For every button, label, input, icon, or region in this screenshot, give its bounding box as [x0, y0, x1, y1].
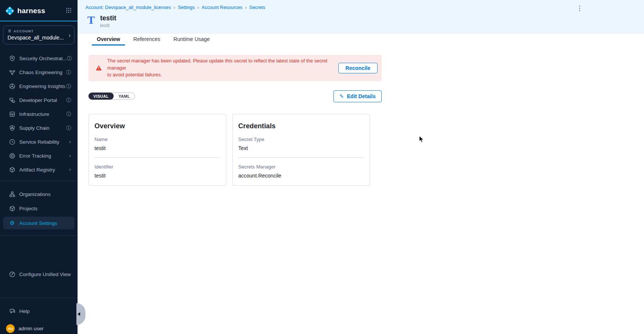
- sidebar-item-chaos-engineering[interactable]: Chaos Engineering ⓘ: [0, 67, 78, 77]
- sidebar-item-label: Engineering Insights: [19, 84, 65, 89]
- warning-icon: [96, 65, 102, 71]
- edit-details-button[interactable]: ✎ Edit Details: [333, 90, 382, 102]
- avatar: AU: [6, 324, 15, 333]
- account-nav: Organizations Projects ⚙ Account Setting…: [0, 188, 78, 229]
- breadcrumb: Account: Devspace_all_module_licenses›Se…: [85, 5, 644, 10]
- breadcrumb-account-resources[interactable]: Account Resources: [202, 5, 242, 10]
- info-icon[interactable]: ⓘ: [67, 56, 72, 61]
- sidebar-item-error-tracking[interactable]: Error Tracking ›: [0, 150, 78, 161]
- toolbar-row: VISUAL YAML ✎ Edit Details: [88, 90, 382, 102]
- sidebar-item-artifact-registry[interactable]: Artifact Registry ›: [0, 164, 78, 175]
- tab-content: The secret manager has been updated. Ple…: [78, 46, 644, 334]
- warning-message-line2: to avoid potential failures.: [107, 71, 336, 79]
- tab-bar: Overview References Runtime Usage: [78, 34, 644, 46]
- field-label-secrets-manager: Secrets Manager: [238, 164, 364, 170]
- sidebar-item-label: Developer Portal: [19, 97, 57, 103]
- page-title: testit: [100, 14, 116, 22]
- kebab-menu-icon[interactable]: [577, 5, 582, 13]
- sidebar-divider: [0, 181, 78, 181]
- warning-message-line1: The secret manager has been updated. Ple…: [107, 58, 336, 71]
- visual-yaml-toggle: VISUAL YAML: [88, 93, 135, 100]
- field-value-identifier: testit: [94, 173, 220, 179]
- toggle-yaml[interactable]: YAML: [114, 93, 135, 99]
- error-tracking-icon: [9, 153, 15, 159]
- breadcrumb-separator: ›: [174, 5, 175, 10]
- supply-chain-icon: [9, 125, 15, 131]
- tab-runtime-usage[interactable]: Runtime Usage: [169, 34, 215, 46]
- sidebar-item-configure-unified-view[interactable]: Configure Unified View: [0, 269, 78, 279]
- sidebar: harness ACCOUNT Devspace_all_module... ›…: [0, 0, 78, 334]
- sidebar-item-service-reliability[interactable]: Service Reliability ›: [0, 137, 78, 147]
- field-label-name: Name: [94, 137, 220, 142]
- sidebar-item-projects[interactable]: Projects: [0, 202, 78, 214]
- breadcrumb-account[interactable]: Account: Devspace_all_module_licenses: [85, 5, 171, 10]
- sidebar-item-help[interactable]: ? Help: [0, 306, 78, 316]
- sidebar-item-label: Help: [19, 308, 30, 314]
- sidebar-item-supply-chain[interactable]: Supply Chain ⓘ: [0, 123, 78, 133]
- sidebar-item-label: Organizations: [19, 191, 50, 197]
- card-divider: [238, 157, 364, 158]
- sidebar-item-label: Service Reliability: [19, 139, 59, 145]
- info-icon[interactable]: ⓘ: [66, 112, 71, 117]
- user-name: admin user: [18, 326, 44, 331]
- sidebar-item-label: Error Tracking: [19, 153, 51, 159]
- help-chat-icon: ?: [9, 308, 15, 314]
- reconcile-button[interactable]: Reconcile: [338, 63, 378, 73]
- chevron-right-icon: ›: [69, 167, 71, 173]
- info-icon[interactable]: ⓘ: [66, 84, 71, 89]
- page-subtitle: testit: [100, 23, 116, 28]
- account-scope-label-row: ACCOUNT: [8, 29, 64, 33]
- reconcile-warning-banner: The secret manager has been updated. Ple…: [88, 55, 382, 81]
- shield-icon: [9, 55, 15, 62]
- sidebar-item-label: Artifact Registry: [19, 167, 55, 173]
- tab-overview[interactable]: Overview: [92, 34, 125, 46]
- info-icon[interactable]: ⓘ: [66, 126, 71, 131]
- info-icon[interactable]: ⓘ: [66, 70, 71, 75]
- user-menu[interactable]: AU admin user: [0, 324, 78, 333]
- sidebar-item-developer-portal[interactable]: Developer Portal ⓘ: [0, 95, 78, 105]
- field-value-secret-type: Text: [238, 145, 364, 151]
- breadcrumb-settings[interactable]: Settings: [178, 5, 195, 10]
- account-scope-selector[interactable]: ACCOUNT Devspace_all_module... ›: [3, 26, 75, 44]
- toggle-visual[interactable]: VISUAL: [88, 93, 114, 100]
- projects-icon: [9, 205, 15, 212]
- edit-details-label: Edit Details: [347, 93, 376, 99]
- field-value-name: testit: [94, 145, 220, 151]
- chevron-right-icon: ›: [69, 32, 71, 38]
- sidebar-item-infrastructure[interactable]: Infrastructure ⓘ: [0, 109, 78, 119]
- secret-type-text-icon: T: [87, 14, 97, 26]
- sidebar-item-label: Infrastructure: [19, 111, 49, 117]
- chaos-engineering-icon: [9, 69, 15, 76]
- logo-row: harness: [0, 0, 78, 21]
- sidebar-item-security-orchestration[interactable]: Security Orchestrat... ⓘ: [0, 53, 78, 64]
- field-value-secrets-manager: account.Reconcile: [238, 173, 364, 179]
- sidebar-divider: [0, 235, 78, 236]
- infrastructure-icon: [9, 111, 15, 117]
- field-label-secret-type: Secret Type: [238, 137, 364, 142]
- insights-icon: [9, 83, 15, 90]
- sidebar-item-account-settings[interactable]: ⚙ Account Settings: [3, 217, 75, 229]
- warning-message: The secret manager has been updated. Ple…: [107, 58, 336, 79]
- sidebar-item-engineering-insights[interactable]: Engineering Insights ⓘ: [0, 81, 78, 91]
- sidebar-item-organizations[interactable]: Organizations: [0, 188, 78, 200]
- sidebar-item-label: Supply Chain: [19, 125, 49, 131]
- breadcrumb-separator: ›: [198, 5, 199, 10]
- info-icon[interactable]: ⓘ: [66, 98, 71, 103]
- sidebar-item-label: Projects: [19, 206, 38, 211]
- main-area: Account: Devspace_all_module_licenses›Se…: [78, 0, 644, 334]
- cards-row: Overview Name testit Identifier testit C…: [88, 114, 644, 186]
- svg-text:?: ?: [11, 309, 13, 311]
- breadcrumb-secrets[interactable]: Secrets: [249, 5, 265, 10]
- module-nav: Security Orchestrat... ⓘ Chaos Engineeri…: [0, 53, 78, 175]
- sidebar-footer: ? Help AU admin user: [0, 298, 78, 333]
- overview-card: Overview Name testit Identifier testit: [88, 114, 226, 186]
- tab-references[interactable]: References: [128, 34, 165, 46]
- chevron-right-icon: ›: [69, 153, 71, 159]
- page-header: Account: Devspace_all_module_licenses›Se…: [78, 0, 644, 34]
- apps-grid-icon[interactable]: [66, 8, 72, 15]
- artifact-registry-icon: [9, 167, 15, 173]
- harness-logo-icon: [5, 6, 15, 16]
- organizations-icon: [9, 191, 15, 197]
- sidebar-item-label: Account Settings: [19, 220, 57, 226]
- sidebar-item-label: Chaos Engineering: [19, 70, 62, 75]
